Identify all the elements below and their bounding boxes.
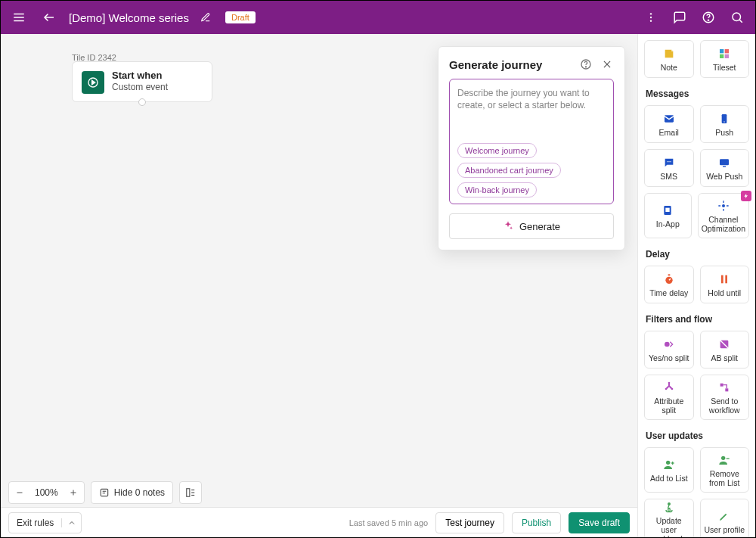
exit-rules-button[interactable]: Exit rules xyxy=(9,513,61,533)
attrsplit-icon xyxy=(662,381,676,394)
card-label: Send to workflow xyxy=(704,397,746,415)
generate-button[interactable]: Generate xyxy=(449,213,614,239)
search-icon xyxy=(730,11,744,24)
footer: Exit rules Last saved 5 min ago Test jou… xyxy=(1,507,637,537)
svg-point-36 xyxy=(670,161,671,162)
panel-channel-opt-tile[interactable]: Channel Optimization xyxy=(698,193,749,238)
svg-point-41 xyxy=(722,204,725,207)
generate-button-label: Generate xyxy=(519,221,560,232)
svg-line-10 xyxy=(739,20,742,22)
main: Tile ID 2342 Start when Custom event Gen… xyxy=(1,34,755,537)
zoom-in-button[interactable] xyxy=(63,482,84,503)
panel-push-tile[interactable]: Push xyxy=(700,105,750,143)
card-label: Add to List xyxy=(650,474,688,483)
card-label: Time delay xyxy=(649,288,688,297)
card-label: Push xyxy=(715,128,733,137)
chip-win-back[interactable]: Win-back journey xyxy=(457,182,537,197)
test-journey-button[interactable]: Test journey xyxy=(435,512,504,533)
back-button[interactable] xyxy=(39,7,60,28)
panel-ab-split-tile[interactable]: AB split xyxy=(700,331,750,369)
popover-title: Generate journey xyxy=(449,58,542,71)
panel-attribute-split-tile[interactable]: Attribute split xyxy=(644,375,694,420)
updates-section-label: User updates xyxy=(646,431,748,441)
popover-header: Generate journey xyxy=(449,58,614,71)
panel-time-delay-tile[interactable]: Time delay xyxy=(644,266,694,303)
zoom-out-button[interactable] xyxy=(9,482,30,503)
panel-tileset-tile[interactable]: Tileset xyxy=(700,40,750,78)
svg-point-51 xyxy=(665,387,667,390)
prompt-input[interactable]: Describe the journey you want to create,… xyxy=(457,87,606,132)
absplit-icon xyxy=(717,337,731,351)
page-title: [Demo] Welcome series xyxy=(69,11,189,24)
remove-user-icon xyxy=(717,453,731,467)
note-icon xyxy=(99,487,110,498)
svg-rect-43 xyxy=(668,274,670,275)
svg-rect-53 xyxy=(720,383,723,386)
panel-note-tile[interactable]: Note xyxy=(644,40,694,78)
tile-text: Start when Custom event xyxy=(112,70,168,92)
chip-welcome[interactable]: Welcome journey xyxy=(457,143,537,158)
auto-layout-button[interactable] xyxy=(179,481,202,504)
minus-icon xyxy=(15,488,24,497)
svg-rect-46 xyxy=(726,275,728,283)
sms-icon xyxy=(662,156,676,169)
feedback-button[interactable] xyxy=(669,7,690,28)
sparkle-icon xyxy=(503,220,513,233)
more-button[interactable] xyxy=(640,7,662,28)
card-label: Tileset xyxy=(713,63,736,72)
tile-output-port[interactable] xyxy=(138,98,146,106)
panel-webpush-tile[interactable]: Web Push xyxy=(700,149,750,187)
menu-button[interactable] xyxy=(8,7,29,28)
svg-point-9 xyxy=(733,13,741,21)
channel-opt-icon xyxy=(717,199,730,213)
bolt-icon xyxy=(743,193,749,199)
panel-hold-until-tile[interactable]: Hold until xyxy=(700,266,750,303)
card-label: Remove from List xyxy=(704,469,746,487)
exit-rules-toggle[interactable] xyxy=(61,518,81,527)
inapp-icon xyxy=(661,204,674,217)
panel-add-to-list-tile[interactable]: Add to List xyxy=(644,447,694,493)
edit-title-button[interactable] xyxy=(198,10,213,25)
help-button[interactable] xyxy=(698,7,719,28)
push-icon xyxy=(717,112,731,126)
header-right xyxy=(640,7,748,28)
tiles-panel[interactable]: Note Tileset Messages Email Push SMS xyxy=(637,34,755,537)
help-icon xyxy=(580,58,592,70)
svg-point-33 xyxy=(724,121,725,122)
panel-remove-from-list-tile[interactable]: Remove from List xyxy=(700,447,750,493)
messages-section-label: Messages xyxy=(646,89,748,99)
panel-sms-tile[interactable]: SMS xyxy=(644,149,694,187)
svg-rect-45 xyxy=(721,275,723,283)
svg-rect-38 xyxy=(723,166,726,166)
popover-help-button[interactable] xyxy=(579,58,593,71)
panel-update-webhook-tile[interactable]: Update user webhook xyxy=(644,499,694,537)
header-left: [Demo] Welcome series Draft xyxy=(8,7,640,28)
svg-point-5 xyxy=(650,17,652,18)
panel-inapp-tile[interactable]: In-App xyxy=(644,193,692,238)
chip-abandoned-cart[interactable]: Abandoned cart journey xyxy=(457,163,561,178)
svg-rect-29 xyxy=(720,54,723,58)
search-button[interactable] xyxy=(727,7,748,28)
arrow-left-icon xyxy=(42,11,56,24)
panel-user-profile-tile[interactable]: User profile xyxy=(700,499,750,537)
card-label: Note xyxy=(661,63,677,72)
panel-yesno-split-tile[interactable]: Yes/no split xyxy=(644,331,694,369)
tileset-icon xyxy=(717,47,731,61)
panel-send-to-workflow-tile[interactable]: Send to workflow xyxy=(700,375,750,420)
panel-email-tile[interactable]: Email xyxy=(644,105,694,143)
card-label: Yes/no split xyxy=(649,353,689,362)
svg-marker-12 xyxy=(92,80,95,84)
popover-close-button[interactable] xyxy=(600,58,614,71)
publish-button[interactable]: Publish xyxy=(512,512,561,533)
tile-title: Start when xyxy=(112,70,168,81)
status-badge: Draft xyxy=(225,11,256,23)
canvas[interactable]: Tile ID 2342 Start when Custom event Gen… xyxy=(1,34,637,537)
start-tile[interactable]: Start when Custom event xyxy=(72,61,212,102)
starter-chips: Welcome journey Abandoned cart journey W… xyxy=(457,143,606,197)
save-draft-button[interactable]: Save draft xyxy=(569,512,630,533)
webpush-icon xyxy=(717,156,731,169)
exit-rules-group: Exit rules xyxy=(8,512,82,533)
notes-toggle-button[interactable]: Hide 0 notes xyxy=(91,481,173,504)
tile-subtitle: Custom event xyxy=(112,82,168,92)
zoom-value: 100% xyxy=(30,487,63,498)
